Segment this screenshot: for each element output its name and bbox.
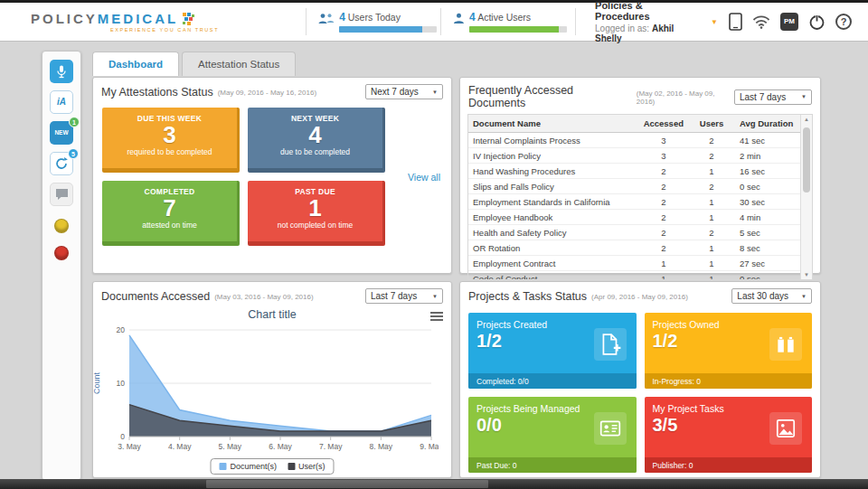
range-select-value: Next 7 days bbox=[371, 87, 419, 97]
tab-bar: Dashboard Attestation Status bbox=[92, 52, 296, 76]
attestation-card[interactable]: PAST DUE1not completed on time bbox=[248, 181, 385, 246]
documents-accessed-panel: Documents Accessed (May 03, 2016 - May 0… bbox=[92, 281, 452, 478]
scroll-up-icon[interactable]: ▲ bbox=[804, 117, 809, 122]
legend-label: User(s) bbox=[298, 462, 326, 471]
attestation-cards: DUE THIS WEEK3required to be completedNE… bbox=[102, 108, 385, 246]
card-subtitle: required to be completed bbox=[102, 147, 237, 156]
brand-logo: POLICYMEDICAL EXPERIENCE YOU CAN TRUST bbox=[31, 11, 294, 33]
pm-badge-icon[interactable]: PM bbox=[780, 13, 798, 31]
table-row[interactable]: Health and Safety Policy225 sec bbox=[468, 225, 800, 240]
card-subtitle: not completed on time bbox=[248, 221, 382, 230]
legend-item[interactable]: User(s) bbox=[288, 462, 326, 471]
col-avg-duration[interactable]: Avg Duration bbox=[735, 115, 800, 133]
svg-text:4. May: 4. May bbox=[168, 442, 192, 451]
sidebar-item-chat-icon[interactable] bbox=[50, 183, 73, 206]
sidebar-item-ia-icon[interactable]: iA bbox=[50, 90, 73, 114]
attestation-card[interactable]: DUE THIS WEEK3required to be completed bbox=[102, 108, 240, 173]
projects-range-select[interactable]: Last 30 days▼ bbox=[731, 288, 812, 304]
users-today-progressbar bbox=[339, 26, 437, 33]
chart-title: Chart title bbox=[93, 308, 451, 321]
account-chevron-icon[interactable]: ▼ bbox=[711, 18, 718, 26]
active-users-progressbar bbox=[469, 26, 567, 33]
sidebar-item-new-icon[interactable]: NEW1 bbox=[50, 121, 73, 145]
col-accessed[interactable]: Accessed bbox=[639, 115, 688, 133]
header-icon-group: PM ? bbox=[729, 13, 852, 31]
brand-tagline: EXPERIENCE YOU CAN TRUST bbox=[110, 27, 294, 33]
active-users-count: 4 bbox=[469, 11, 476, 24]
view-all-link[interactable]: View all bbox=[408, 172, 442, 183]
col-document-name[interactable]: Document Name bbox=[468, 115, 639, 133]
project-card[interactable]: Projects Created1/2Completed: 0/0 bbox=[468, 313, 637, 389]
sidebar-item-sync-icon[interactable]: 5 bbox=[50, 152, 73, 175]
svg-text:3. May: 3. May bbox=[118, 442, 141, 451]
scroll-down-icon[interactable]: ▼ bbox=[804, 272, 809, 277]
svg-text:5. May: 5. May bbox=[219, 442, 242, 451]
image-file-icon bbox=[769, 412, 802, 445]
chevron-down-icon: ▼ bbox=[432, 89, 438, 95]
table-header-row: Document Name Accessed Users Avg Duratio… bbox=[468, 115, 800, 133]
legend-swatch bbox=[219, 463, 226, 470]
table-scrollbar[interactable]: ▲▼ bbox=[800, 115, 812, 279]
attestations-range-select[interactable]: Next 7 days▼ bbox=[365, 84, 443, 99]
taskbar bbox=[0, 479, 868, 489]
panel-date-range: (May 02, 2016 - May 09, 2016) bbox=[637, 89, 734, 106]
legend-label: Document(s) bbox=[230, 462, 277, 471]
chevron-down-icon: ▼ bbox=[801, 294, 807, 299]
attestation-card[interactable]: COMPLETED7attested on time bbox=[102, 181, 240, 246]
chevron-down-icon: ▼ bbox=[432, 294, 438, 299]
attestation-card[interactable]: NEXT WEEK4due to be completed bbox=[248, 108, 385, 173]
svg-text:10: 10 bbox=[117, 379, 126, 388]
table-row[interactable]: Employee Handbook214 min bbox=[468, 210, 800, 225]
documents-range-select[interactable]: Last 7 days▼ bbox=[734, 89, 812, 105]
svg-text:9. May: 9. May bbox=[420, 442, 439, 451]
table-row[interactable]: Employment Contract1127 sec bbox=[468, 256, 800, 271]
brand-name-secondary: MEDICAL bbox=[98, 11, 178, 26]
users-today-count: 4 bbox=[339, 11, 345, 24]
card-footer: Past Due: 0 bbox=[468, 457, 637, 473]
col-users[interactable]: Users bbox=[688, 115, 735, 133]
table-row[interactable]: IV Injection Policy322 min bbox=[468, 148, 800, 164]
sidebar-badge: 5 bbox=[68, 148, 79, 159]
table-row[interactable]: Hand Washing Procedures2116 sec bbox=[468, 164, 800, 179]
sidebar: iANEW15 bbox=[42, 51, 81, 481]
table-row[interactable]: Slips and Falls Policy220 sec bbox=[468, 179, 800, 194]
active-users-label: Active Users bbox=[477, 12, 531, 23]
sidebar-item-status-yellow-icon[interactable] bbox=[54, 219, 69, 233]
id-badge-icon bbox=[594, 412, 627, 445]
project-card[interactable]: Projects Owned1/2In-Progress: 0 bbox=[645, 313, 813, 389]
active-users-stat: 4 Active Users bbox=[453, 11, 563, 33]
project-card[interactable]: Projects Being Managed0/0Past Due: 0 bbox=[468, 397, 637, 473]
tablet-icon[interactable] bbox=[729, 13, 742, 31]
chart-menu-icon[interactable] bbox=[430, 312, 443, 321]
card-value: 3 bbox=[102, 123, 237, 147]
tab-attestation-status[interactable]: Attestation Status bbox=[182, 52, 296, 76]
chart-legend[interactable]: Document(s)User(s) bbox=[210, 458, 334, 475]
users-today-label: Users Today bbox=[348, 12, 401, 23]
help-icon[interactable]: ? bbox=[835, 14, 852, 30]
scrollbar-thumb[interactable] bbox=[803, 127, 810, 193]
panel-title: Projects & Tasks Status bbox=[468, 290, 587, 303]
taskbar-item[interactable] bbox=[206, 480, 488, 488]
documents-chart-svg: 010203. May4. May5. May6. May7. May8. Ma… bbox=[102, 324, 439, 460]
divider bbox=[575, 8, 576, 35]
panel-date-range: (May 03, 2016 - May 09, 2016) bbox=[214, 293, 313, 301]
chart-range-select[interactable]: Last 7 days▼ bbox=[365, 288, 443, 304]
table-row[interactable]: OR Rotation218 sec bbox=[468, 240, 800, 256]
svg-text:6. May: 6. May bbox=[269, 442, 292, 451]
table-row[interactable]: Code of Conduct110 sec bbox=[468, 271, 800, 281]
table-row[interactable]: Employment Standards in California2130 s… bbox=[468, 194, 800, 210]
divider bbox=[306, 8, 307, 35]
battery-icon bbox=[769, 328, 802, 361]
sidebar-item-status-red-icon[interactable] bbox=[54, 246, 69, 260]
person-icon bbox=[453, 13, 465, 24]
tab-dashboard[interactable]: Dashboard bbox=[92, 52, 179, 76]
documents-table-body: Internal Complaints Process3241 secIV In… bbox=[468, 133, 800, 281]
wifi-icon[interactable] bbox=[752, 15, 770, 29]
projects-tasks-panel: Projects & Tasks Status (Apr 09, 2016 - … bbox=[459, 281, 821, 478]
brand-dots-icon bbox=[182, 12, 196, 26]
project-card[interactable]: My Project Tasks3/5Publisher: 0 bbox=[645, 397, 813, 473]
table-row[interactable]: Internal Complaints Process3241 sec bbox=[468, 133, 800, 148]
sidebar-item-microphone-icon[interactable] bbox=[50, 60, 73, 83]
legend-item[interactable]: Document(s) bbox=[219, 462, 277, 471]
power-icon[interactable] bbox=[808, 14, 826, 31]
